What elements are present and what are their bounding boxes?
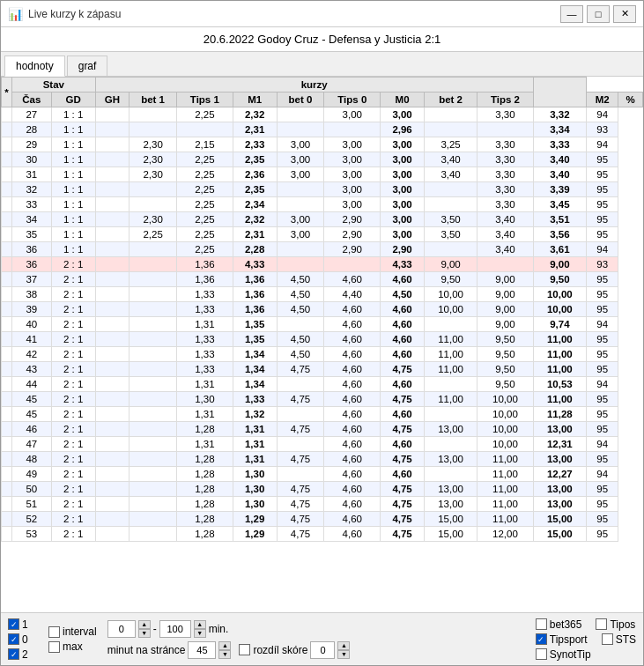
tipos-label[interactable]: Tipos bbox=[596, 618, 635, 631]
table-cell bbox=[130, 317, 177, 332]
interval-to-input[interactable] bbox=[159, 620, 191, 638]
bet365-checkbox[interactable] bbox=[536, 618, 547, 630]
table-cell bbox=[425, 242, 477, 257]
table-cell: 4,60 bbox=[324, 392, 381, 407]
table-cell: 1,33 bbox=[177, 347, 233, 362]
table-cell: 1,31 bbox=[177, 317, 233, 332]
scroll-area[interactable]: * Stav kurzy Čas GD GH bet 1 Tips 1 M1 b… bbox=[1, 77, 643, 612]
cb2-checkbox[interactable] bbox=[8, 648, 19, 660]
max-checkbox[interactable] bbox=[48, 641, 60, 653]
table-cell: 2 : 1 bbox=[51, 347, 95, 362]
table-row bbox=[2, 182, 12, 197]
tipos-text: Tipos bbox=[610, 618, 635, 631]
table-cell: 4,60 bbox=[324, 437, 381, 452]
table-row bbox=[2, 257, 12, 272]
interval-to-down[interactable]: ▼ bbox=[194, 629, 206, 638]
table-container: * Stav kurzy Čas GD GH bet 1 Tips 1 M1 b… bbox=[1, 77, 643, 612]
synottip-checkbox[interactable] bbox=[536, 648, 547, 660]
sts-label[interactable]: STS bbox=[602, 633, 636, 646]
table-cell: 4,60 bbox=[381, 302, 425, 317]
footer: 1 0 2 interval max bbox=[1, 612, 643, 665]
cb2-label[interactable]: 2 bbox=[8, 648, 34, 661]
table-cell: 3,30 bbox=[477, 167, 534, 182]
table-cell: 2 : 1 bbox=[51, 497, 95, 512]
minut-input[interactable] bbox=[188, 641, 216, 659]
cb0-label[interactable]: 0 bbox=[8, 633, 34, 646]
interval-from-up[interactable]: ▲ bbox=[138, 620, 151, 629]
table-cell: 4,75 bbox=[381, 497, 425, 512]
synottip-label[interactable]: SynotTip bbox=[536, 648, 591, 661]
table-cell: 1,28 bbox=[177, 422, 233, 437]
minimize-button[interactable]: — bbox=[560, 5, 583, 23]
table-cell: 3,33 bbox=[533, 137, 586, 152]
cb1-checkbox[interactable] bbox=[8, 618, 19, 630]
table-cell: 3,00 bbox=[324, 137, 381, 152]
sts-checkbox[interactable] bbox=[602, 633, 613, 645]
table-cell: 4,75 bbox=[277, 497, 324, 512]
cb1-label[interactable]: 1 bbox=[8, 618, 34, 631]
bet365-label[interactable]: bet365 bbox=[536, 618, 582, 631]
table-cell: 4,60 bbox=[381, 437, 425, 452]
table-row bbox=[2, 347, 12, 362]
table-cell: 13,00 bbox=[533, 497, 586, 512]
table-cell: 45 bbox=[12, 392, 52, 407]
interval-to-up[interactable]: ▲ bbox=[194, 620, 206, 629]
table-cell: 3,45 bbox=[533, 197, 586, 212]
table-cell: 2,25 bbox=[177, 152, 233, 167]
rozdil-label[interactable]: rozdíl skóre bbox=[239, 644, 307, 656]
interval-from-down[interactable]: ▼ bbox=[138, 629, 151, 638]
table-cell: 49 bbox=[12, 467, 52, 482]
minut-up[interactable]: ▲ bbox=[218, 641, 231, 650]
table-cell: 4,60 bbox=[381, 467, 425, 482]
table-cell: 1,28 bbox=[177, 512, 233, 527]
table-cell: 1,36 bbox=[233, 302, 277, 317]
table-cell: 95 bbox=[586, 482, 618, 497]
interval-label[interactable]: interval bbox=[48, 625, 97, 638]
table-cell: 1,35 bbox=[233, 332, 277, 347]
rozdil-down[interactable]: ▼ bbox=[337, 650, 350, 659]
table-cell bbox=[95, 407, 130, 422]
tab-hodnoty[interactable]: hodnoty bbox=[4, 56, 65, 77]
table-cell: 10,53 bbox=[533, 377, 586, 392]
table-cell: 1,33 bbox=[177, 362, 233, 377]
table-cell bbox=[95, 167, 130, 182]
tipsport-label[interactable]: Tipsport bbox=[536, 633, 588, 646]
tipos-checkbox[interactable] bbox=[596, 618, 607, 630]
table-cell: 2,90 bbox=[324, 227, 381, 242]
tab-graf[interactable]: graf bbox=[67, 56, 108, 76]
table-cell: 94 bbox=[586, 137, 618, 152]
table-cell: 4,75 bbox=[381, 512, 425, 527]
table-cell: 10,00 bbox=[533, 302, 586, 317]
rozdil-checkbox[interactable] bbox=[239, 644, 250, 655]
col-m1: M1 bbox=[233, 92, 277, 107]
minut-down[interactable]: ▼ bbox=[218, 650, 231, 659]
col-m0: M0 bbox=[381, 92, 425, 107]
interval-checkbox[interactable] bbox=[48, 626, 60, 638]
table-cell bbox=[324, 257, 381, 272]
cb0-checkbox[interactable] bbox=[8, 633, 19, 645]
tipsport-checkbox[interactable] bbox=[536, 633, 547, 645]
table-cell: 1 : 1 bbox=[51, 152, 95, 167]
close-button[interactable]: ✕ bbox=[613, 5, 636, 23]
table-cell: 93 bbox=[586, 257, 618, 272]
table-cell: 4,60 bbox=[324, 332, 381, 347]
max-label[interactable]: max bbox=[48, 640, 97, 653]
maximize-button[interactable]: □ bbox=[587, 5, 610, 23]
table-cell bbox=[130, 302, 177, 317]
table-cell: 4,50 bbox=[381, 287, 425, 302]
table-cell: 1,30 bbox=[177, 392, 233, 407]
table-cell: 13,00 bbox=[425, 497, 477, 512]
rozdil-input[interactable] bbox=[310, 641, 335, 659]
table-cell: 3,00 bbox=[381, 227, 425, 242]
table-row bbox=[2, 422, 12, 437]
table-cell: 4,60 bbox=[324, 452, 381, 467]
table-cell: 2 : 1 bbox=[51, 377, 95, 392]
table-cell: 2 : 1 bbox=[51, 362, 95, 377]
table-cell: 4,75 bbox=[381, 362, 425, 377]
interval-from-input[interactable] bbox=[107, 620, 136, 638]
table-cell: 36 bbox=[12, 257, 52, 272]
table-cell bbox=[277, 437, 324, 452]
table-cell: 38 bbox=[12, 287, 52, 302]
col-bet0: bet 0 bbox=[277, 92, 324, 107]
rozdil-up[interactable]: ▲ bbox=[337, 641, 350, 650]
